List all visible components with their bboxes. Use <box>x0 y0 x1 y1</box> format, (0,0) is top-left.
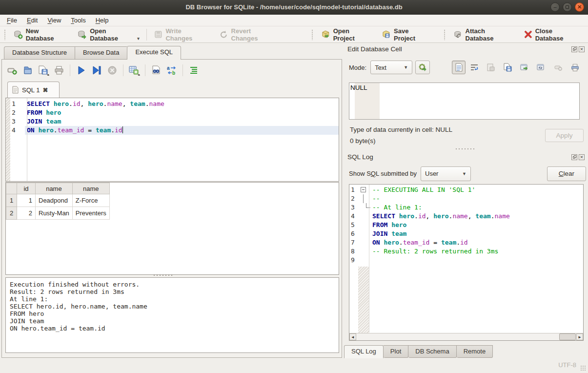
find-replace-button[interactable]: ab <box>165 64 178 77</box>
menu-edit[interactable]: Edit <box>22 16 42 25</box>
revert-changes-button[interactable]: Revert Changes <box>215 25 283 44</box>
word-wrap-button[interactable] <box>467 61 481 74</box>
execute-all-button[interactable] <box>75 64 87 77</box>
code-text: JOIN team <box>25 117 339 126</box>
results-grid[interactable]: idnamename11DeadpondZ-Force22Rusty-ManPr… <box>5 182 339 275</box>
resize-grip[interactable] <box>580 365 587 372</box>
code-text: JOIN team <box>368 229 583 238</box>
toolbar-handle[interactable] <box>444 29 446 40</box>
link-button[interactable] <box>534 61 547 74</box>
corner-header-cell[interactable] <box>6 183 17 194</box>
write-changes-button[interactable]: Write Changes <box>149 25 214 44</box>
submitter-select[interactable]: User ▼ <box>421 166 471 181</box>
filter-label: Show SQL submitted by <box>349 170 417 177</box>
splitter-handle[interactable] <box>455 147 475 150</box>
toolbar-separator <box>145 64 145 76</box>
fold-margin <box>358 238 368 247</box>
menu-help[interactable]: Help <box>91 16 114 25</box>
scroll-right-button[interactable]: ▶ <box>576 333 583 340</box>
close-panel-button[interactable]: ✕ <box>579 154 585 160</box>
maximize-button[interactable] <box>563 2 572 12</box>
print-cell-button[interactable] <box>568 61 582 74</box>
splitter-handle[interactable] <box>153 274 173 277</box>
column-header[interactable]: name <box>36 183 73 194</box>
apply-format-icon <box>418 62 427 72</box>
export-to-file-button[interactable] <box>501 61 514 74</box>
export-results-button[interactable] <box>128 64 141 77</box>
save-sql-file-button[interactable] <box>37 64 50 77</box>
close-sql-tab-icon[interactable]: ✖ <box>42 86 48 94</box>
save-project-button[interactable]: Save Project <box>377 25 436 44</box>
new-sql-tab-button[interactable] <box>6 64 19 77</box>
open-sql-file-button[interactable] <box>21 64 34 77</box>
find-button[interactable] <box>150 64 162 77</box>
tab-plot[interactable]: Plot <box>384 345 408 358</box>
cell[interactable]: Z-Force <box>72 194 109 207</box>
attach-database-button[interactable]: Attach Database <box>449 25 519 44</box>
column-header[interactable]: id <box>17 183 36 194</box>
tab-execute-sql[interactable]: Execute SQL <box>127 46 181 60</box>
set-null-button[interactable] <box>551 61 565 74</box>
text-caret <box>122 126 123 133</box>
stop-button[interactable] <box>106 64 119 77</box>
line-number: 1 <box>10 100 25 108</box>
clear-log-button[interactable]: Clear <box>547 166 586 181</box>
horizontal-scrollbar[interactable]: ◀ ▶ <box>349 333 583 340</box>
scroll-left-button[interactable]: ◀ <box>349 333 356 340</box>
import-from-file-button[interactable] <box>484 61 498 74</box>
code-text: -- <box>368 194 583 203</box>
format-sql-button[interactable] <box>187 64 200 77</box>
code-line: 2-- <box>349 194 583 203</box>
toolbar-handle[interactable] <box>4 29 6 40</box>
text-mode-button[interactable] <box>452 61 466 74</box>
close-button[interactable]: ✕ <box>575 2 584 12</box>
menu-file[interactable]: File <box>2 16 22 25</box>
tab-database-structure[interactable]: Database Structure <box>4 46 75 60</box>
menu-tools[interactable]: Tools <box>66 16 90 25</box>
sql-log-controls: Show SQL submitted by User ▼ Clear <box>349 166 586 181</box>
tab-remote[interactable]: Remote <box>457 345 493 358</box>
open-project-button[interactable]: Open Project <box>317 25 376 44</box>
open-in-external-button[interactable] <box>517 61 531 74</box>
code-line: 7ON hero.team_id = team.id <box>349 238 583 247</box>
execute-current-line-button[interactable] <box>90 64 103 77</box>
scrollbar-thumb[interactable] <box>559 333 576 340</box>
apply-button[interactable]: Apply <box>545 129 584 142</box>
save-project-icon <box>382 30 391 39</box>
code-line: 9 <box>349 256 583 265</box>
new-database-button[interactable]: New Database <box>9 25 73 44</box>
open-database-button[interactable]: Open Database ▾ <box>73 25 143 44</box>
scrollbar-track[interactable] <box>356 333 576 340</box>
execution-status-log[interactable]: Execution finished without errors.Result… <box>5 277 339 353</box>
sql-log-view[interactable]: 1-- EXECUTING ALL IN 'SQL 1'2--3-- At li… <box>349 184 584 341</box>
cell[interactable]: 1 <box>17 194 36 207</box>
float-panel-button[interactable] <box>571 46 577 52</box>
row-header[interactable]: 2 <box>6 207 17 220</box>
cell[interactable]: 2 <box>17 207 36 220</box>
menu-view[interactable]: View <box>42 16 66 25</box>
close-database-button[interactable]: Close Database <box>520 25 586 44</box>
tab-browse-data[interactable]: Browse Data <box>75 46 127 60</box>
column-header[interactable]: name <box>72 183 109 194</box>
window-title: DB Browser for SQLite - /home/user/code/… <box>185 3 402 11</box>
toolbar-handle[interactable] <box>311 29 314 40</box>
cell[interactable]: Deadpond <box>36 194 73 207</box>
tab-sql-log[interactable]: SQL Log <box>344 345 384 358</box>
sql-document-tab[interactable]: SQL 1 ✖ <box>7 82 60 98</box>
sql-editor-toolbar: ab <box>6 63 200 77</box>
cell[interactable]: Preventers <box>72 207 109 220</box>
close-panel-button[interactable]: ✕ <box>579 46 585 52</box>
sql-editor[interactable]: 1SELECT hero.id, hero.name, team.name2FR… <box>5 98 339 182</box>
open-database-dropdown-icon[interactable]: ▾ <box>137 36 140 42</box>
log-line: Execution finished without errors. <box>10 281 335 288</box>
fold-minus-icon[interactable] <box>361 187 366 192</box>
apply-format-button[interactable] <box>415 61 430 74</box>
tab-db-schema[interactable]: DB Schema <box>408 345 456 358</box>
print-sql-button[interactable] <box>53 64 65 77</box>
row-header[interactable]: 1 <box>6 194 17 207</box>
mode-select[interactable]: Text ▼ <box>370 61 412 74</box>
cell-value-editor[interactable]: NULL <box>349 83 580 120</box>
minimize-button[interactable]: – <box>550 2 560 12</box>
float-panel-button[interactable] <box>571 154 577 160</box>
cell[interactable]: Rusty-Man <box>36 207 73 220</box>
